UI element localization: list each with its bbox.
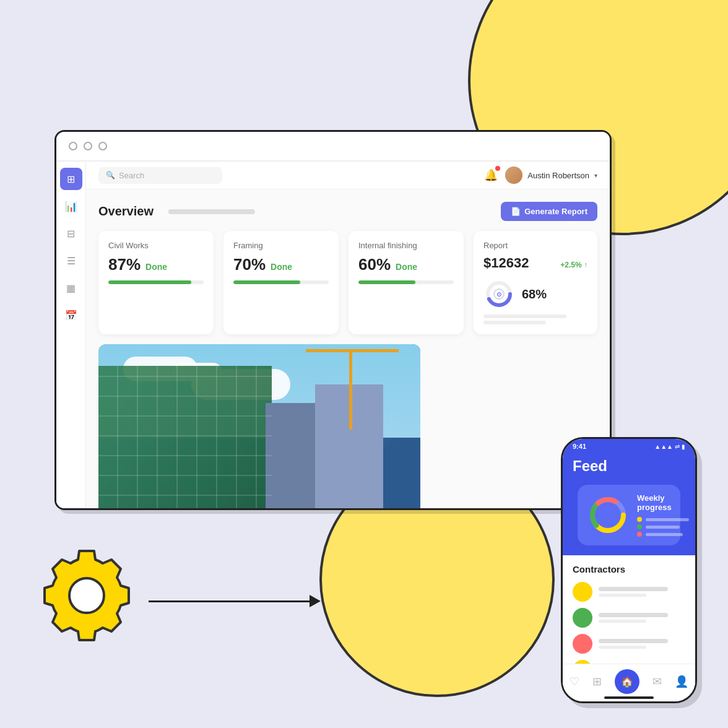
phone-weekly-section: Weekly progress bbox=[563, 485, 695, 555]
sidebar-item-dashboard[interactable]: ⊞ bbox=[60, 168, 82, 190]
legend-dot-red bbox=[637, 532, 642, 537]
legend-line-3 bbox=[646, 533, 683, 536]
calendar-icon: 📅 bbox=[65, 310, 77, 321]
legend-dot-green bbox=[637, 524, 642, 529]
user-info[interactable]: Austin Robertson ▾ bbox=[505, 167, 597, 184]
phone-weekly-title: Weekly progress bbox=[637, 493, 689, 512]
browser-titlebar bbox=[56, 132, 610, 162]
framing-done: Done bbox=[271, 262, 292, 272]
sidebar-item-list[interactable]: ☰ bbox=[60, 249, 82, 272]
civil-works-value: 87% Done bbox=[108, 255, 204, 274]
search-bar[interactable]: 🔍 Search bbox=[98, 167, 222, 184]
top-bar: 🔍 Search 🔔 Austin Robertson ▾ bbox=[86, 162, 610, 189]
internal-finishing-bar-fill bbox=[358, 280, 415, 284]
legend-item-1 bbox=[637, 517, 689, 522]
browser-dot-2 bbox=[84, 142, 92, 150]
phone-feed-header: Feed bbox=[563, 453, 695, 485]
sidebar-item-table[interactable]: ⊟ bbox=[60, 222, 82, 245]
generate-report-icon: 📄 bbox=[511, 207, 521, 216]
report-circle-row: ⊙ 68% bbox=[483, 279, 587, 310]
nav-grid-icon[interactable]: ⊞ bbox=[592, 675, 602, 688]
phone-statusbar: 9:41 ▲▲▲ ⇌ ▮ bbox=[563, 439, 695, 453]
report-line-1 bbox=[483, 314, 566, 318]
battery-icon: ▮ bbox=[682, 443, 685, 450]
contractor-row-3 bbox=[573, 634, 685, 654]
contractor-name-line-1 bbox=[599, 587, 668, 591]
search-placeholder: Search bbox=[119, 171, 144, 180]
legend-item-2 bbox=[637, 524, 689, 529]
report-growth: +2.5% ↑ bbox=[560, 261, 587, 269]
nav-heart-icon[interactable]: ♡ bbox=[570, 675, 579, 688]
phone-signals: ▲▲▲ ⇌ ▮ bbox=[654, 443, 685, 450]
box-icon: ▦ bbox=[66, 282, 76, 294]
contractor-name-line-2 bbox=[599, 613, 668, 617]
sidebar-item-chart[interactable]: 📊 bbox=[60, 195, 82, 217]
main-content: Overview 📄 Generate Report Civil Works bbox=[86, 189, 610, 508]
search-icon: 🔍 bbox=[106, 171, 115, 180]
browser-dot-1 bbox=[69, 142, 77, 150]
contractor-avatar-1 bbox=[573, 582, 592, 602]
framing-bar-bg bbox=[233, 280, 329, 284]
gear-icon bbox=[37, 546, 136, 645]
user-name: Austin Robertson bbox=[527, 171, 589, 180]
phone-legend bbox=[637, 517, 689, 537]
phone-contractors-title: Contractors bbox=[573, 564, 685, 574]
svg-text:⊙: ⊙ bbox=[496, 291, 501, 298]
contractor-info-2 bbox=[599, 613, 685, 623]
building-right-2 bbox=[266, 403, 315, 508]
arrow-head bbox=[310, 595, 321, 607]
report-card: Report $12632 +2.5% ↑ ⊙ bbox=[474, 231, 597, 334]
phone-bottom-nav[interactable]: ♡ ⊞ 🏠 ✉ 👤 bbox=[563, 664, 695, 701]
nav-mail-icon[interactable]: ✉ bbox=[652, 675, 662, 688]
internal-finishing-percent: 60% bbox=[358, 255, 391, 274]
sidebar-item-calendar[interactable]: 📅 bbox=[60, 304, 82, 326]
nav-home-button[interactable]: 🏠 bbox=[615, 669, 639, 694]
contractor-info-1 bbox=[599, 587, 685, 597]
gear-container bbox=[37, 546, 136, 648]
scaffold-grid bbox=[98, 366, 272, 508]
framing-value: 70% Done bbox=[233, 255, 329, 274]
construction-image bbox=[98, 344, 420, 508]
cards-row: Civil Works 87% Done Framing bbox=[98, 231, 597, 334]
report-line-2 bbox=[483, 321, 546, 324]
overview-title: Overview bbox=[98, 204, 154, 219]
progress-cards: Civil Works 87% Done Framing bbox=[98, 231, 464, 334]
sidebar-item-box[interactable]: ▦ bbox=[60, 277, 82, 299]
contractor-row-2 bbox=[573, 608, 685, 628]
contractor-detail-line-1 bbox=[599, 594, 646, 597]
browser-window: ⊞ 📊 ⊟ ☰ ▦ 📅 🔍 Search bbox=[54, 130, 612, 510]
crane-arm bbox=[306, 349, 399, 352]
civil-works-bar-fill bbox=[108, 280, 191, 284]
notification-bell[interactable]: 🔔 bbox=[484, 168, 498, 182]
nav-user-icon[interactable]: 👤 bbox=[675, 675, 688, 688]
contractor-name-line-3 bbox=[599, 639, 668, 643]
framing-title: Framing bbox=[233, 241, 329, 250]
report-percent: 68% bbox=[522, 287, 547, 301]
app-layout: ⊞ 📊 ⊟ ☰ ▦ 📅 🔍 Search bbox=[56, 162, 610, 508]
phone-bottom-notch bbox=[604, 696, 654, 699]
phone-mockup: 9:41 ▲▲▲ ⇌ ▮ Feed Weekly progress bbox=[561, 437, 697, 703]
phone-weekly-card: Weekly progress bbox=[578, 485, 680, 545]
crane-mast bbox=[349, 349, 352, 430]
arrow-line bbox=[149, 600, 310, 602]
contractor-detail-line-3 bbox=[599, 646, 646, 649]
framing-percent: 70% bbox=[233, 255, 266, 274]
overview-header: Overview 📄 Generate Report bbox=[98, 202, 597, 221]
report-lines bbox=[483, 314, 587, 324]
internal-finishing-title: Internal finishing bbox=[358, 241, 454, 250]
browser-dot-3 bbox=[98, 142, 107, 150]
arrow-container bbox=[149, 595, 321, 607]
internal-finishing-bar-bg bbox=[358, 280, 454, 284]
generate-report-label: Generate Report bbox=[524, 207, 587, 216]
civil-works-done: Done bbox=[145, 262, 167, 272]
list-icon: ☰ bbox=[67, 255, 76, 267]
phone-weekly-donut bbox=[586, 493, 630, 537]
svg-point-8 bbox=[69, 578, 104, 613]
card-civil-works: Civil Works 87% Done bbox=[98, 231, 214, 334]
signal-icon: ▲▲▲ bbox=[654, 443, 673, 450]
contractor-avatar-3 bbox=[573, 634, 592, 654]
internal-finishing-value: 60% Done bbox=[358, 255, 454, 274]
card-internal-finishing: Internal finishing 60% Done bbox=[349, 231, 464, 334]
table-icon: ⊟ bbox=[67, 228, 75, 240]
generate-report-button[interactable]: 📄 Generate Report bbox=[501, 202, 597, 221]
